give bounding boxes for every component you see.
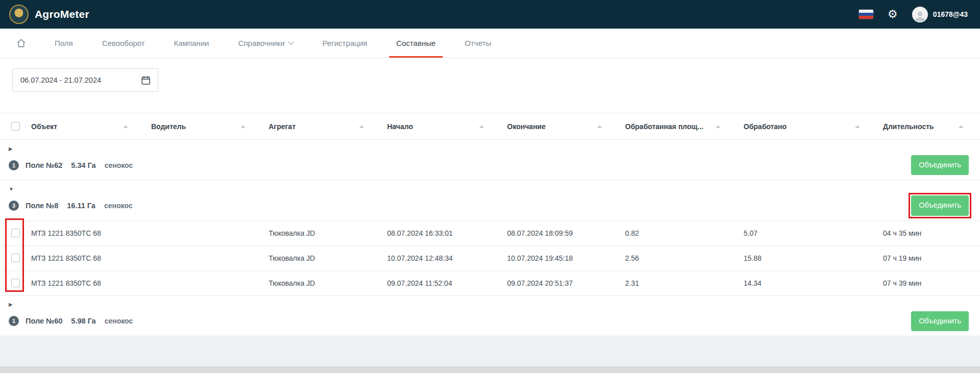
tab-label: Составные xyxy=(396,39,436,47)
expand-arrow-icon[interactable]: ▶ xyxy=(9,146,13,152)
cell-processed: 15.88 xyxy=(737,254,876,262)
cell-start: 09.07.2024 11:52:04 xyxy=(380,279,500,287)
merge-button[interactable]: Объединить xyxy=(911,311,969,331)
home-icon[interactable] xyxy=(9,29,33,58)
field-name: Поле №62 xyxy=(26,161,62,169)
expand-arrow-icon[interactable]: ▶ xyxy=(9,302,13,307)
user-id: 01678@43 xyxy=(933,10,968,18)
table-row: МТЗ 1221 8350ТС 68Тюковалка JD10.07.2024… xyxy=(0,245,980,270)
merge-button[interactable]: Объединить xyxy=(911,195,969,215)
cell-duration: 07 ч 19 мин xyxy=(876,254,980,262)
cell-implement: Тюковалка JD xyxy=(262,279,380,287)
gear-icon[interactable]: ⚙ xyxy=(888,9,898,20)
sort-icon[interactable] xyxy=(597,125,602,128)
tab-кампании[interactable]: Кампании xyxy=(167,29,217,58)
column-header[interactable]: Водитель xyxy=(145,122,262,131)
column-header[interactable]: Обработанная площ... xyxy=(618,122,737,131)
sort-icon[interactable] xyxy=(359,125,364,128)
column-header[interactable]: Агрегат xyxy=(262,122,380,131)
filter-bar: 06.07.2024 - 21.07.2024 xyxy=(0,58,980,113)
user-menu[interactable]: 01678@43 xyxy=(912,7,968,22)
select-all-checkbox[interactable] xyxy=(11,122,20,131)
operations-table: ОбъектВодительАгрегатНачалоОкончаниеОбра… xyxy=(0,113,980,336)
field-area: 5.98 Га xyxy=(71,317,95,325)
field-group: ▶1Поле №625.34 ГасенокосОбъединить xyxy=(0,140,980,180)
tab-label: Севооборот xyxy=(102,39,145,47)
cell-area-processed: 2.31 xyxy=(618,279,737,287)
merge-button-wrap: Объединить xyxy=(911,155,969,175)
table-groups: ▶1Поле №625.34 ГасенокосОбъединить▼3Поле… xyxy=(0,140,980,336)
group-rows: МТЗ 1221 8350ТС 68Тюковалка JD08.07.2024… xyxy=(0,220,980,295)
russian-flag-icon[interactable] xyxy=(859,10,873,19)
main-nav: ПоляСевооборотКампанииСправочникиРегистр… xyxy=(0,29,980,58)
calendar-icon[interactable] xyxy=(140,75,151,86)
merge-button[interactable]: Объединить xyxy=(911,155,969,175)
cell-implement: Тюковалка JD xyxy=(262,254,380,262)
row-checkbox-cell xyxy=(0,254,25,262)
tab-label: Поля xyxy=(55,39,73,47)
cell-start: 08.07.2024 16:33:01 xyxy=(380,229,500,237)
sort-icon[interactable] xyxy=(959,125,964,128)
person-icon xyxy=(913,9,927,22)
column-label: Начало xyxy=(387,122,413,131)
group-header: ▶1Поле №605.98 ГасенокосОбъединить xyxy=(0,296,980,336)
column-label: Объект xyxy=(31,122,57,131)
column-header[interactable]: Окончание xyxy=(500,122,618,131)
row-checkbox[interactable] xyxy=(11,254,20,262)
tab-отчеты[interactable]: Отчеты xyxy=(458,29,498,58)
row-checkbox[interactable] xyxy=(11,229,20,237)
row-count-badge: 1 xyxy=(9,160,19,170)
field-crop: сенокос xyxy=(105,317,133,325)
tab-справочники[interactable]: Справочники xyxy=(231,29,300,58)
cell-start: 10.07.2024 12:48:34 xyxy=(380,254,500,262)
cell-implement: Тюковалка JD xyxy=(262,229,380,237)
bottom-edge xyxy=(0,366,980,373)
row-checkbox-cell xyxy=(0,229,25,237)
date-range-input[interactable]: 06.07.2024 - 21.07.2024 xyxy=(12,68,158,92)
sort-icon[interactable] xyxy=(241,125,246,128)
column-label: Обработано xyxy=(744,122,786,131)
chevron-down-icon xyxy=(289,39,294,44)
tab-регистрация[interactable]: Регистрация xyxy=(315,29,374,58)
table-row: МТЗ 1221 8350ТС 68Тюковалка JD09.07.2024… xyxy=(0,270,980,295)
tab-поля[interactable]: Поля xyxy=(47,29,80,58)
column-header[interactable]: Начало xyxy=(380,122,500,131)
field-group: ▶1Поле №605.98 ГасенокосОбъединить xyxy=(0,296,980,336)
sort-icon[interactable] xyxy=(123,125,128,128)
column-label: Окончание xyxy=(507,122,545,131)
column-header[interactable]: Длительность xyxy=(876,122,980,131)
nav-tabs: ПоляСевооборотКампанииСправочникиРегистр… xyxy=(33,29,498,58)
field-area: 5.34 Га xyxy=(71,161,95,169)
column-header[interactable]: Обработано xyxy=(737,122,876,131)
cell-end: 09.07.2024 20:51:37 xyxy=(500,279,618,287)
tab-label: Справочники xyxy=(238,39,284,47)
column-label: Водитель xyxy=(151,122,186,131)
annotation-merge-button-highlight: Объединить xyxy=(911,195,969,215)
avatar[interactable] xyxy=(912,7,928,22)
sort-icon[interactable] xyxy=(715,125,721,128)
row-checkbox[interactable] xyxy=(11,279,20,287)
sort-icon[interactable] xyxy=(855,125,860,128)
cell-processed: 14.34 xyxy=(737,279,876,287)
cell-duration: 07 ч 39 мин xyxy=(876,279,980,287)
field-crop: сенокос xyxy=(104,202,133,210)
cell-end: 08.07.2024 18:09:59 xyxy=(500,229,618,237)
column-label: Длительность xyxy=(883,122,934,131)
app-logo-icon xyxy=(9,5,29,24)
cell-duration: 04 ч 35 мин xyxy=(876,229,980,237)
tab-label: Отчеты xyxy=(465,39,491,47)
field-area: 16.11 Га xyxy=(67,202,95,210)
sort-icon[interactable] xyxy=(479,125,484,128)
column-header[interactable]: Объект xyxy=(25,122,145,131)
tab-составные[interactable]: Составные xyxy=(389,29,443,58)
collapse-arrow-icon[interactable]: ▼ xyxy=(9,186,14,192)
cell-end: 10.07.2024 19:45:18 xyxy=(500,254,618,262)
group-header: ▶1Поле №625.34 ГасенокосОбъединить xyxy=(0,140,980,180)
field-crop: сенокос xyxy=(105,161,133,169)
date-range-value: 06.07.2024 - 21.07.2024 xyxy=(20,76,101,84)
cell-area-processed: 0.82 xyxy=(618,229,737,237)
field-name: Поле №60 xyxy=(26,317,62,325)
tab-севооборот[interactable]: Севооборот xyxy=(95,29,152,58)
field-group: ▼3Поле №816.11 ГасенокосОбъединитьМТЗ 12… xyxy=(0,180,980,295)
header-checkbox-cell xyxy=(0,122,25,131)
